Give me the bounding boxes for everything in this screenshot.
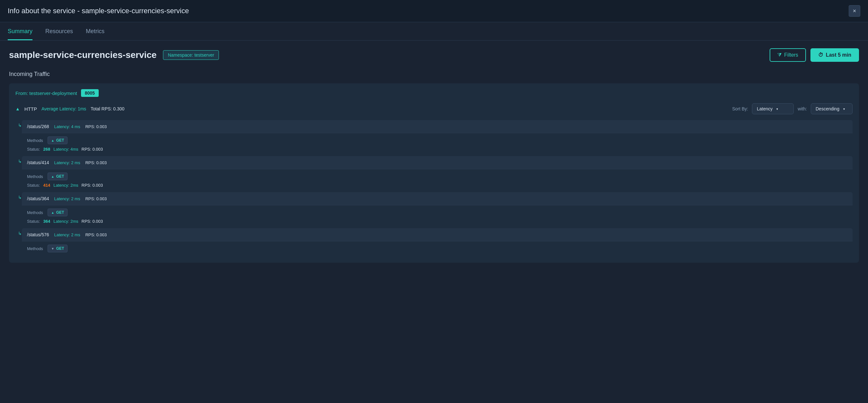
endpoint-latency-268: Latency: 4 ms	[54, 124, 81, 129]
endpoint-576: /status/576 Latency: 2 ms RPS: 0.003 Met…	[22, 228, 852, 256]
status-label-364: Status:	[27, 219, 40, 224]
method-badge-get-364[interactable]: ▲ GET	[48, 208, 68, 216]
methods-label-414: Methods	[27, 174, 43, 179]
header-buttons: ⧩ Filters ⏱ Last 5 min	[770, 48, 859, 62]
endpoint-header-414[interactable]: /status/414 Latency: 2 ms RPS: 0.003	[22, 156, 852, 169]
endpoint-content-364: /status/364 Latency: 2 ms RPS: 0.003 Met…	[22, 192, 852, 228]
indent-arrow-icon-268: ↳	[16, 120, 22, 131]
endpoint-path-576: /status/576	[27, 232, 49, 237]
sort-order-select[interactable]: Descending ▾	[811, 103, 852, 114]
port-badge: 8005	[81, 89, 99, 97]
status-rps-268: RPS: 0.003	[82, 147, 103, 152]
traffic-container: From: testserver-deployment 8005 ▲ HTTP …	[9, 83, 859, 263]
sort-controls: Sort By: Latency ▾ with: Descending ▾	[732, 103, 852, 114]
status-code-364: 364	[43, 219, 50, 224]
method-text-414: GET	[56, 174, 64, 179]
endpoint-path-414: /status/414	[27, 160, 49, 165]
method-badge-get-576[interactable]: ▼ GET	[48, 244, 68, 252]
indent-arrow-icon-414: ↳	[16, 156, 22, 166]
tab-metrics[interactable]: Metrics	[86, 22, 104, 40]
status-label-414: Status:	[27, 183, 40, 188]
endpoint-rps-364: RPS: 0.003	[85, 196, 107, 201]
status-row-364: Status: 364 Latency: 2ms RPS: 0.003	[27, 219, 847, 224]
endpoint-content-414: /status/414 Latency: 2 ms RPS: 0.003 Met…	[22, 156, 852, 192]
endpoint-268: /status/268 Latency: 4 ms RPS: 0.003 Met…	[22, 120, 852, 155]
main-content: sample-service-currencies-service Namesp…	[0, 40, 868, 270]
total-rps: Total RPS: 0.300	[91, 106, 124, 111]
endpoint-detail-414: Methods ▲ GET Status: 414 Latency:	[22, 169, 852, 191]
clock-icon: ⏱	[818, 52, 823, 58]
avg-latency: Average Latency: 1ms	[41, 106, 86, 111]
methods-row-414: Methods ▲ GET	[27, 173, 847, 180]
indent-arrow-icon-576: ↳	[16, 228, 22, 238]
namespace-badge: Namespace: testserver	[163, 50, 219, 60]
status-rps-364: RPS: 0.003	[82, 219, 103, 224]
endpoint-detail-576: Methods ▼ GET	[22, 241, 852, 256]
sort-field-select[interactable]: Latency ▾	[752, 103, 794, 114]
http-header: ▲ HTTP Average Latency: 1ms Total RPS: 0…	[16, 102, 852, 116]
section-title: Incoming Traffic	[9, 71, 859, 78]
from-label: From: testserver-deployment	[16, 90, 77, 96]
collapse-button[interactable]: ▲	[16, 106, 20, 111]
endpoint-detail-364: Methods ▲ GET Status: 364 Latency:	[22, 205, 852, 227]
methods-label-576: Methods	[27, 246, 43, 251]
sort-by-label: Sort By:	[732, 106, 748, 111]
endpoint-path-364: /status/364	[27, 196, 49, 201]
http-label: HTTP	[25, 106, 37, 112]
filter-icon: ⧩	[777, 52, 781, 58]
title-bar: Info about the service - sample-service-…	[0, 0, 868, 22]
endpoint-header-268[interactable]: /status/268 Latency: 4 ms RPS: 0.003	[22, 120, 852, 133]
methods-row-268: Methods ▲ GET	[27, 137, 847, 144]
endpoint-header-576[interactable]: /status/576 Latency: 2 ms RPS: 0.003	[22, 228, 852, 241]
arrow-up-icon-268: ▲	[51, 139, 54, 142]
method-text-268: GET	[56, 138, 64, 143]
methods-label-364: Methods	[27, 210, 43, 215]
endpoint-path-268: /status/268	[27, 124, 49, 129]
methods-label-268: Methods	[27, 138, 43, 143]
endpoint-414: /status/414 Latency: 2 ms RPS: 0.003 Met…	[22, 156, 852, 191]
time-range-button[interactable]: ⏱ Last 5 min	[810, 48, 859, 62]
endpoint-rps-414: RPS: 0.003	[85, 160, 107, 165]
filters-button[interactable]: ⧩ Filters	[770, 48, 806, 62]
endpoint-row-414: ↳ /status/414 Latency: 2 ms RPS: 0.003 M…	[16, 156, 852, 192]
endpoint-content-268: /status/268 Latency: 4 ms RPS: 0.003 Met…	[22, 120, 852, 156]
endpoint-row-268: ↳ /status/268 Latency: 4 ms RPS: 0.003 M…	[16, 120, 852, 156]
arrow-down-icon-576: ▼	[51, 247, 54, 251]
endpoint-row-576: ↳ /status/576 Latency: 2 ms RPS: 0.003 M…	[16, 228, 852, 257]
status-latency-414: Latency: 2ms	[53, 183, 78, 188]
endpoint-364: /status/364 Latency: 2 ms RPS: 0.003 Met…	[22, 192, 852, 227]
status-latency-364: Latency: 2ms	[53, 219, 78, 224]
collapse-arrow-icon: ▲	[16, 106, 20, 111]
tabs-bar: Summary Resources Metrics	[0, 22, 868, 40]
tab-summary[interactable]: Summary	[8, 22, 32, 40]
method-badge-get-414[interactable]: ▲ GET	[48, 173, 68, 180]
endpoint-rps-268: RPS: 0.003	[85, 124, 107, 129]
chevron-down-icon: ▾	[776, 107, 778, 111]
method-badge-get-268[interactable]: ▲ GET	[48, 137, 68, 144]
with-label: with:	[798, 106, 807, 111]
endpoint-header-364[interactable]: /status/364 Latency: 2 ms RPS: 0.003	[22, 192, 852, 205]
service-title-area: sample-service-currencies-service Namesp…	[9, 50, 219, 60]
indent-arrow-icon-364: ↳	[16, 192, 22, 202]
dialog-title: Info about the service - sample-service-…	[8, 7, 189, 15]
incoming-traffic-section: Incoming Traffic From: testserver-deploy…	[9, 71, 859, 263]
tab-resources[interactable]: Resources	[45, 22, 73, 40]
arrow-up-icon-414: ▲	[51, 175, 54, 178]
status-code-414: 414	[43, 183, 50, 188]
status-latency-268: Latency: 4ms	[53, 147, 78, 152]
arrow-up-icon-364: ▲	[51, 211, 54, 214]
endpoint-latency-364: Latency: 2 ms	[54, 196, 81, 201]
http-info: ▲ HTTP Average Latency: 1ms Total RPS: 0…	[16, 106, 124, 112]
endpoint-detail-268: Methods ▲ GET Status: 268 Latency:	[22, 133, 852, 155]
service-header: sample-service-currencies-service Namesp…	[9, 48, 859, 62]
from-badge: From: testserver-deployment 8005	[16, 89, 99, 97]
methods-row-364: Methods ▲ GET	[27, 208, 847, 216]
method-text-364: GET	[56, 210, 64, 215]
endpoints-list: ↳ /status/268 Latency: 4 ms RPS: 0.003 M…	[16, 120, 852, 257]
endpoint-content-576: /status/576 Latency: 2 ms RPS: 0.003 Met…	[22, 228, 852, 257]
endpoint-latency-414: Latency: 2 ms	[54, 160, 81, 165]
status-row-268: Status: 268 Latency: 4ms RPS: 0.003	[27, 147, 847, 152]
status-rps-414: RPS: 0.003	[82, 183, 103, 188]
endpoint-latency-576: Latency: 2 ms	[54, 232, 81, 237]
close-button[interactable]: ×	[849, 5, 860, 17]
